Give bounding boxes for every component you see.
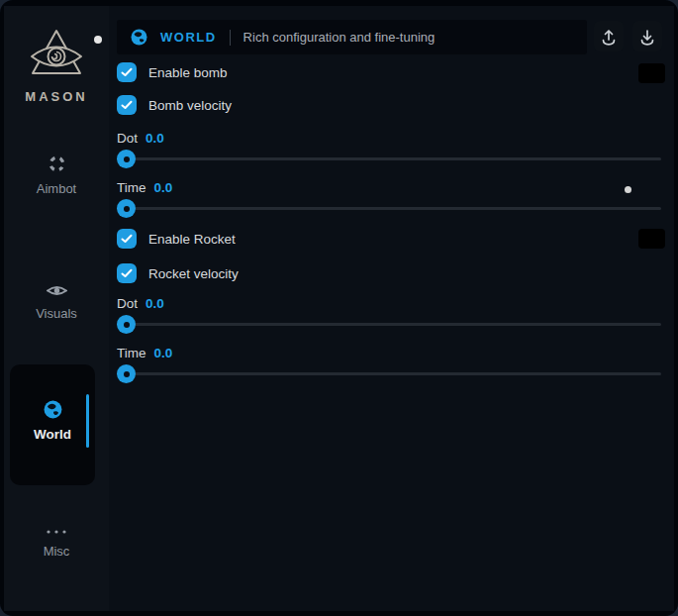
desktop-background: MASON Aimbot Visuals <box>0 0 678 616</box>
slider-label: Time <box>117 180 146 197</box>
slider-value: 0.0 <box>145 296 164 313</box>
eye-icon <box>47 283 67 298</box>
slider-thumb[interactable] <box>117 315 136 334</box>
check-icon <box>121 100 133 110</box>
slider-group-bomb-dot: Dot 0.0 <box>117 131 661 170</box>
sidebar-item-label: Aimbot <box>37 181 76 196</box>
slider-group-rocket-time: Time 0.0 <box>117 346 661 385</box>
rocket-color-swatch[interactable] <box>638 229 665 249</box>
header-divider <box>230 30 231 46</box>
download-config-button[interactable] <box>632 21 662 51</box>
download-icon <box>638 28 656 46</box>
sidebar-item-visuals[interactable]: Visuals <box>4 283 109 321</box>
checkbox-label: Bomb velocity <box>148 98 232 113</box>
checkbox-row-enable-bomb: Enable bomb <box>117 62 228 82</box>
checkbox-label: Enable Rocket <box>148 232 236 247</box>
slider-value: 0.0 <box>145 131 164 148</box>
checkbox-label: Rocket velocity <box>148 266 239 281</box>
slider-track[interactable] <box>117 207 661 210</box>
slider-label-row: Time 0.0 <box>117 180 661 197</box>
cursor-dot <box>625 186 631 193</box>
logo-text: MASON <box>4 89 109 104</box>
upload-icon <box>600 28 618 46</box>
cursor-dot <box>94 36 102 44</box>
rocket-velocity-checkbox[interactable] <box>117 263 137 283</box>
check-icon <box>121 234 133 244</box>
main-panel: WORLD Rich configuration and fine-tuning <box>109 6 674 611</box>
mason-window: MASON Aimbot Visuals <box>0 0 678 616</box>
active-tab-indicator <box>86 394 90 448</box>
slider-label-row: Dot 0.0 <box>117 296 661 313</box>
slider-thumb[interactable] <box>117 199 136 218</box>
slider-thumb[interactable] <box>117 364 136 383</box>
slider-label: Dot <box>117 131 138 148</box>
slider-group-rocket-dot: Dot 0.0 <box>117 296 661 336</box>
sidebar-item-world-content: World <box>10 400 95 442</box>
upload-config-button[interactable] <box>594 21 624 51</box>
check-icon <box>121 67 133 77</box>
sidebar-item-label: Misc <box>44 544 70 559</box>
checkbox-label: Enable bomb <box>148 65 228 80</box>
slider-value: 0.0 <box>154 180 173 197</box>
enable-rocket-checkbox[interactable] <box>117 229 137 249</box>
slider-label-row: Dot 0.0 <box>117 131 661 148</box>
bomb-color-swatch[interactable] <box>638 63 665 83</box>
page-header: WORLD Rich configuration and fine-tuning <box>117 20 587 54</box>
globe-icon <box>44 400 62 419</box>
slider-label-row: Time 0.0 <box>117 346 661 362</box>
crosshair-icon <box>48 154 66 173</box>
enable-bomb-checkbox[interactable] <box>117 62 137 82</box>
checkbox-row-enable-rocket: Enable Rocket <box>117 229 236 249</box>
sidebar-item-world[interactable]: World <box>10 364 95 485</box>
slider-group-bomb-time: Time 0.0 <box>117 180 661 220</box>
ellipsis-icon <box>45 528 68 536</box>
sidebar-item-misc[interactable]: Misc <box>4 528 109 559</box>
slider-value: 0.0 <box>154 346 173 362</box>
checkbox-row-bomb-velocity: Bomb velocity <box>117 95 232 115</box>
page-title: WORLD <box>160 30 217 45</box>
sidebar-item-aimbot[interactable]: Aimbot <box>4 154 109 196</box>
slider-track[interactable] <box>117 157 661 160</box>
sidebar-item-label: Visuals <box>36 306 77 321</box>
checkbox-row-rocket-velocity: Rocket velocity <box>117 263 239 283</box>
bomb-velocity-checkbox[interactable] <box>117 95 137 115</box>
slider-track[interactable] <box>117 323 661 326</box>
masonic-eye-logo-icon <box>29 28 84 85</box>
check-icon <box>121 268 133 278</box>
slider-track[interactable] <box>117 372 661 375</box>
slider-thumb[interactable] <box>117 150 136 168</box>
slider-label: Time <box>117 346 146 362</box>
page-subtitle: Rich configuration and fine-tuning <box>243 30 436 45</box>
sidebar-item-label: World <box>34 427 71 442</box>
slider-label: Dot <box>117 296 138 313</box>
sidebar: MASON Aimbot Visuals <box>4 6 109 611</box>
globe-icon <box>131 29 147 46</box>
